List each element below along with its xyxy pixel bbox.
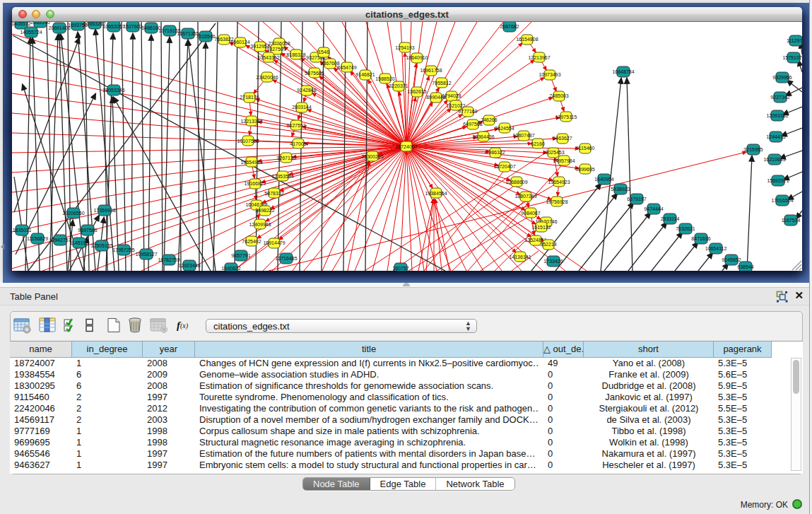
svg-text:1145193: 1145193 bbox=[70, 240, 89, 245]
svg-text:19654923: 19654923 bbox=[548, 180, 570, 185]
svg-text:2933114: 2933114 bbox=[661, 216, 680, 221]
svg-text:1527602: 1527602 bbox=[123, 24, 142, 29]
svg-text:12975115: 12975115 bbox=[555, 115, 577, 119]
svg-text:(x): (x) bbox=[180, 322, 189, 330]
svg-text:3220371: 3220371 bbox=[389, 83, 408, 88]
svg-text:12923448: 12923448 bbox=[178, 263, 200, 268]
svg-text:1640822: 1640822 bbox=[221, 266, 240, 271]
svg-text:15751074: 15751074 bbox=[782, 55, 802, 60]
svg-text:7632621: 7632621 bbox=[676, 226, 695, 231]
svg-text:18807249: 18807249 bbox=[514, 194, 536, 199]
svg-text:20364436: 20364436 bbox=[472, 134, 494, 139]
svg-text:9227342: 9227342 bbox=[770, 95, 789, 100]
svg-text:6794028: 6794028 bbox=[442, 93, 461, 98]
svg-text:25300295: 25300295 bbox=[361, 154, 383, 159]
svg-text:8660124: 8660124 bbox=[230, 40, 249, 45]
svg-text:13716485: 13716485 bbox=[275, 256, 297, 261]
svg-text:14957984: 14957984 bbox=[553, 158, 575, 163]
svg-text:18724007: 18724007 bbox=[395, 144, 417, 149]
svg-text:1254193: 1254193 bbox=[395, 45, 414, 50]
svg-text:746266: 746266 bbox=[481, 117, 497, 122]
svg-text:10654112: 10654112 bbox=[705, 246, 727, 251]
svg-text:2803144: 2803144 bbox=[292, 105, 311, 110]
svg-text:19654983: 19654983 bbox=[240, 160, 262, 165]
svg-text:417005: 417005 bbox=[290, 141, 306, 146]
svg-text:1588520: 1588520 bbox=[375, 76, 394, 81]
svg-text:9245652: 9245652 bbox=[722, 257, 741, 262]
svg-text:3624554: 3624554 bbox=[495, 126, 514, 131]
svg-text:16914479: 16914479 bbox=[263, 240, 285, 245]
svg-text:14055724: 14055724 bbox=[20, 30, 42, 35]
svg-text:7485003: 7485003 bbox=[549, 93, 568, 98]
svg-text:10958127: 10958127 bbox=[135, 252, 157, 257]
svg-text:12213967: 12213967 bbox=[528, 55, 550, 60]
svg-text:10807487: 10807487 bbox=[512, 133, 534, 138]
svg-text:1167534: 1167534 bbox=[782, 218, 801, 223]
svg-text:19756928: 19756928 bbox=[546, 199, 567, 204]
svg-text:9899695: 9899695 bbox=[575, 167, 594, 172]
svg-text:1640954: 1640954 bbox=[594, 177, 613, 182]
svg-text:352214: 352214 bbox=[540, 242, 556, 247]
svg-text:12353594: 12353594 bbox=[271, 174, 293, 179]
svg-text:10107563: 10107563 bbox=[237, 139, 259, 144]
svg-text:15692971: 15692971 bbox=[767, 178, 789, 183]
svg-text:7955812: 7955812 bbox=[432, 81, 451, 86]
svg-text:20691406: 20691406 bbox=[48, 25, 70, 30]
svg-text:17359938: 17359938 bbox=[93, 208, 115, 213]
svg-text:12213363: 12213363 bbox=[240, 119, 262, 124]
svg-text:1112974: 1112974 bbox=[787, 38, 802, 43]
svg-text:12942757: 12942757 bbox=[49, 238, 71, 243]
svg-text:14136141: 14136141 bbox=[509, 255, 531, 259]
svg-text:17016504: 17016504 bbox=[771, 198, 793, 203]
svg-text:8454749: 8454749 bbox=[337, 65, 356, 70]
svg-text:938544: 938544 bbox=[737, 264, 753, 269]
svg-text:9084067: 9084067 bbox=[521, 211, 540, 216]
svg-text:12093382: 12093382 bbox=[766, 113, 788, 118]
svg-text:3215955: 3215955 bbox=[743, 147, 763, 152]
svg-text:9397586: 9397586 bbox=[78, 228, 97, 233]
svg-text:62160: 62160 bbox=[531, 141, 545, 146]
svg-text:9146821: 9146821 bbox=[355, 72, 375, 77]
svg-text:10543362: 10543362 bbox=[257, 55, 279, 60]
svg-text:1546: 1546 bbox=[318, 49, 329, 54]
svg-text:7986322: 7986322 bbox=[486, 150, 505, 155]
svg-text:9329966: 9329966 bbox=[772, 75, 792, 80]
svg-text:8471636: 8471636 bbox=[691, 236, 710, 241]
svg-text:6497568: 6497568 bbox=[463, 122, 482, 127]
svg-text:12409948: 12409948 bbox=[249, 222, 271, 227]
svg-text:2069140: 2069140 bbox=[30, 22, 49, 25]
svg-text:15720407: 15720407 bbox=[493, 164, 515, 169]
svg-text:160757: 160757 bbox=[392, 266, 408, 271]
svg-text:8186328: 8186328 bbox=[286, 52, 305, 57]
svg-text:20206550: 20206550 bbox=[62, 211, 84, 216]
svg-text:16782759: 16782759 bbox=[158, 257, 180, 262]
svg-text:1362615: 1362615 bbox=[407, 89, 426, 94]
svg-text:9777169: 9777169 bbox=[458, 109, 477, 114]
svg-text:19166827: 19166827 bbox=[244, 181, 266, 186]
svg-text:1835011: 1835011 bbox=[13, 228, 32, 233]
svg-text:9427552: 9427552 bbox=[286, 123, 305, 128]
svg-text:6379197: 6379197 bbox=[627, 197, 646, 201]
svg-text:9242848: 9242848 bbox=[297, 88, 316, 93]
svg-text:1621022: 1621022 bbox=[446, 103, 465, 108]
svg-text:12505135: 12505135 bbox=[90, 243, 112, 248]
svg-text:16154808: 16154808 bbox=[516, 37, 538, 42]
svg-text:16648784: 16648784 bbox=[612, 69, 634, 74]
svg-text:3498222: 3498222 bbox=[255, 208, 274, 213]
svg-text:9457791: 9457791 bbox=[231, 253, 250, 258]
svg-text:11156829: 11156829 bbox=[27, 236, 48, 241]
svg-text:5938923: 5938923 bbox=[611, 187, 630, 192]
svg-text:18640910: 18640910 bbox=[406, 55, 428, 60]
svg-text:10688609: 10688609 bbox=[505, 180, 527, 185]
svg-text:28053346: 28053346 bbox=[102, 88, 124, 93]
svg-text:2687682: 2687682 bbox=[500, 24, 519, 29]
svg-text:9115460: 9115460 bbox=[576, 146, 595, 151]
svg-text:2718170: 2718170 bbox=[240, 95, 259, 100]
svg-text:10025453: 10025453 bbox=[542, 150, 564, 155]
svg-text:1244415: 1244415 bbox=[766, 134, 785, 139]
svg-text:5878332: 5878332 bbox=[264, 191, 283, 196]
svg-text:9474444: 9474444 bbox=[644, 206, 663, 211]
svg-text:1733426: 1733426 bbox=[543, 259, 563, 264]
svg-text:7625402: 7625402 bbox=[242, 239, 261, 244]
svg-text:9327509: 9327509 bbox=[266, 47, 286, 52]
